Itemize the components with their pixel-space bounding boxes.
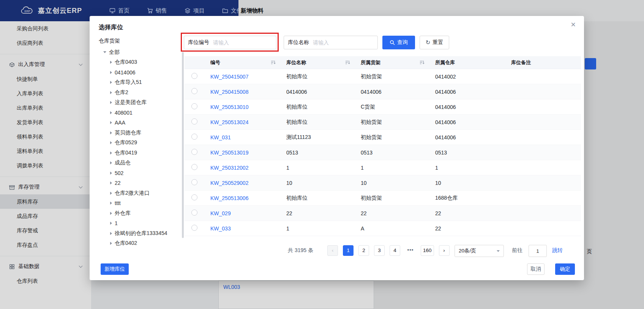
tree-node-label: 408001 [115,110,133,116]
tree-node-label: 成品仓 [115,159,131,166]
tree-node[interactable]: 仓库2 [99,88,185,98]
table-row[interactable]: KW_250513019 0513 0513 0513 [185,145,581,160]
location-code-label: 库位编号 [188,39,209,46]
table-row[interactable]: KW_250415007 初始库位 初始货架 0414002 [185,69,581,84]
search-button[interactable]: 查询 [382,36,415,49]
row-radio[interactable] [191,118,197,125]
table-row[interactable]: KW_250415008 0414006 0414006 0414006 [185,84,581,99]
tree-node[interactable]: 仓库0402 [99,238,185,249]
tree-node[interactable]: 仓库0419 [99,148,185,158]
tree-node-label: 仓库0419 [115,150,137,156]
chevron-right-icon [110,242,112,245]
tree-node[interactable]: tttt [99,198,185,208]
page-number[interactable]: 3 [374,245,385,256]
page-number[interactable]: 160 [421,245,434,256]
tree-node[interactable]: 仓库导入51 [99,77,185,88]
tree-node[interactable]: 仓库0403 [99,57,185,68]
table-row[interactable]: KW_029 22 22 22 [185,206,581,221]
tree-node-label: 仓库导入51 [115,79,142,86]
tree-root-node[interactable]: 全部 [99,47,185,57]
jump-button[interactable]: 跳转 [552,247,563,254]
location-code-link[interactable]: KW_250513019 [210,150,248,156]
table-row[interactable]: KW_031 测试11123 初始货架 0414006 [185,130,581,145]
page-number[interactable]: 2 [358,245,369,256]
next-page-button[interactable]: › [439,245,450,256]
table-row[interactable]: KW_033 1 A 22 [185,221,581,236]
location-code-input[interactable] [213,39,272,46]
location-code-link[interactable]: KW_250529002 [210,180,248,186]
add-location-button[interactable]: 新增库位 [101,263,129,275]
chevron-right-icon [110,222,112,225]
table-row[interactable]: KW_250513010 初始库位 C货架 0414006 [185,99,581,115]
chevron-down-icon [103,51,106,53]
tree-node[interactable]: 502 [99,168,185,178]
row-radio[interactable] [191,88,197,94]
filter-sort-icon[interactable] [420,60,425,65]
table-body: KW_250415007 初始库位 初始货架 0414002 KW_250415… [185,69,581,236]
row-radio[interactable] [191,149,197,155]
location-name-input[interactable] [313,39,374,46]
page-number[interactable]: 4 [390,245,400,256]
location-name-cell: 0513 [280,150,355,156]
table-row[interactable]: KW_250513006 初始库位 初始货架 1688仓库 [185,191,581,206]
tree-node[interactable]: 22 [99,178,185,188]
location-code-link[interactable]: KW_250513006 [210,195,248,201]
row-radio[interactable] [191,164,197,170]
page-number-list: 1234•••160 [343,245,434,256]
location-code-link[interactable]: KW_250312002 [210,165,248,171]
tree-node[interactable]: 外仓库 [99,208,185,219]
tree-node[interactable]: AAA [99,118,185,128]
location-code-link[interactable]: KW_250415007 [210,74,248,80]
chevron-right-icon [110,232,112,235]
row-radio[interactable] [191,179,197,185]
location-code-link[interactable]: KW_250415008 [210,89,248,95]
row-radio[interactable] [191,134,197,140]
location-code-link[interactable]: KW_250513010 [210,104,248,110]
warehouse-cell: 0414006 [429,89,505,95]
tree-node[interactable]: 0414006 [99,68,185,78]
warehouse-shelf-tree: 仓库货架 全部 仓库0403 0414006 仓库导入51 [99,36,185,251]
prev-page-button[interactable]: ‹ [327,245,338,256]
page-number[interactable]: 1 [343,245,354,256]
shelf-cell: 初始货架 [355,195,429,202]
reset-button[interactable]: ↻ 重置 [420,36,449,49]
filter-sort-icon[interactable] [271,60,276,65]
tree-node[interactable]: 仓库0529 [99,138,185,148]
tree-node[interactable]: 这是美团仓库 [99,98,185,108]
filter-sort-icon[interactable] [345,60,350,65]
location-code-filter: 库位编号 [184,36,276,49]
tree-node-label: 0414006 [115,69,136,76]
table-row[interactable]: KW_250529002 10 10 10 [185,175,581,191]
shelf-cell: 0513 [355,150,429,156]
row-radio[interactable] [191,73,197,79]
row-radio[interactable] [191,210,197,216]
tree-node[interactable]: 徐斌钊的仓库1333454 [99,229,185,239]
row-radio[interactable] [191,225,197,231]
page-size-select[interactable]: 20条/页 [455,245,504,257]
location-name-cell: 初始库位 [280,195,355,202]
tree-node[interactable]: 仓库2撒大港口 [99,188,185,199]
row-radio[interactable] [191,194,197,200]
close-icon[interactable]: × [571,20,576,29]
tree-node-label: 仓库0402 [115,240,137,247]
warehouse-cell: 0414006 [429,104,505,110]
warehouse-cell: 0414006 [429,119,505,125]
location-code-link[interactable]: KW_033 [210,225,231,232]
table-row[interactable]: KW_250312002 1 1 1 [185,160,581,175]
goto-page-input[interactable] [529,245,547,257]
tree-node[interactable]: 408001 [99,108,185,118]
tree-scrollbar[interactable] [182,52,184,238]
location-code-link[interactable]: KW_250513024 [210,119,248,125]
location-code-link[interactable]: KW_031 [210,134,231,140]
row-radio[interactable] [191,103,197,109]
column-header-warehouse: 所属仓库 [429,59,505,66]
location-code-link[interactable]: KW_029 [210,210,231,216]
page-number[interactable]: ••• [405,245,416,256]
confirm-button[interactable]: 确定 [555,263,575,275]
tree-node[interactable]: 成品仓 [99,158,185,168]
chevron-right-icon [110,81,112,84]
cancel-button[interactable]: 取消 [527,263,545,275]
table-row[interactable]: KW_250513024 初始库位 初始货架 0414006 [185,115,581,130]
tree-node[interactable]: 1 [99,218,185,229]
tree-node[interactable]: 英贝德仓库 [99,128,185,138]
